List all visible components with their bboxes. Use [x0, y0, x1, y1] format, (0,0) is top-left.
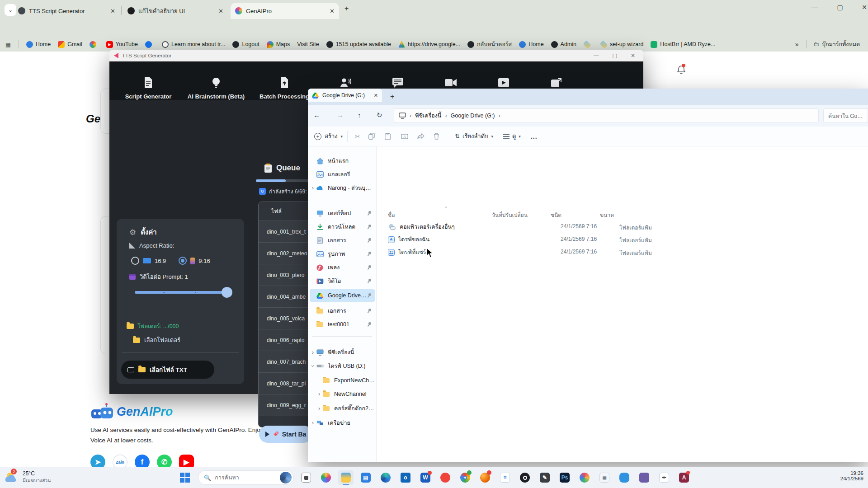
sidebar-item-folder-documents[interactable]: เอกสาร: [310, 305, 375, 317]
copilot-icon[interactable]: [318, 470, 334, 485]
share-icon[interactable]: [417, 133, 428, 140]
rename-icon[interactable]: A: [401, 133, 412, 140]
start-button[interactable]: [177, 470, 193, 485]
window-close-button[interactable]: ✕: [855, 4, 868, 11]
prompt-slider-track[interactable]: [135, 291, 227, 294]
tab-close-icon[interactable]: ✕: [326, 8, 335, 14]
bookmark-item[interactable]: HostBrr | AMD Ryze...: [651, 41, 715, 48]
bookmark-item[interactable]: Home: [26, 41, 51, 48]
file-explorer-icon[interactable]: [338, 470, 354, 485]
bookmark-item[interactable]: set-up wizard: [600, 41, 643, 47]
edge-icon[interactable]: [378, 470, 393, 485]
ratio-16-9-radio[interactable]: [131, 257, 139, 265]
onedrive-icon[interactable]: [617, 470, 632, 485]
delete-icon[interactable]: [434, 133, 444, 140]
pen-icon[interactable]: ✒: [656, 470, 672, 485]
tab-close-icon[interactable]: ✕: [215, 8, 223, 14]
all-bookmarks-button[interactable]: 🗀บุ๊กมาร์กทั้งหมด: [814, 40, 860, 49]
more-options-icon[interactable]: ...: [531, 133, 538, 140]
search-highlight-image[interactable]: [280, 472, 292, 483]
tts-close-icon[interactable]: ✕: [631, 52, 635, 59]
expand-icon[interactable]: ›: [310, 349, 316, 356]
cut-icon[interactable]: ✂: [352, 133, 363, 140]
bookmarks-overflow-chevron[interactable]: »: [795, 41, 799, 48]
breadcrumb[interactable]: › พีซีเครื่องนี้ › Google Drive (G:) ›: [394, 108, 819, 123]
bookmark-item[interactable]: Visit Site: [297, 41, 319, 47]
column-header-name[interactable]: ชื่อ: [388, 211, 395, 219]
browser-icon[interactable]: [577, 470, 592, 485]
paste-icon[interactable]: [385, 133, 396, 140]
sidebar-item-newchannel[interactable]: ›NewChannel: [310, 388, 375, 400]
browser-tab-active[interactable]: GenAIPro ✕: [231, 3, 339, 19]
column-header-type[interactable]: ชนิด: [551, 211, 561, 219]
sidebar-item-tiktok-course[interactable]: ›คอร์สติ๊กต๊อก2026: [310, 402, 375, 415]
notepad-icon[interactable]: ≣: [597, 470, 612, 485]
explorer-tab-close-icon[interactable]: ✕: [374, 93, 378, 99]
window-maximize-button[interactable]: ▢: [831, 4, 849, 11]
tts-title-bar[interactable]: TTS Script Generator — ▢ ✕: [109, 50, 643, 61]
stylus-icon[interactable]: ✎: [537, 470, 552, 485]
up-icon[interactable]: ↑: [358, 111, 361, 119]
view-button[interactable]: ดู ▾: [503, 131, 521, 141]
bookmark-item[interactable]: Learn more about tr...: [162, 41, 226, 48]
taskbar-clock[interactable]: 19:36 24/1/2569: [840, 470, 863, 481]
bookmark-item[interactable]: [145, 41, 155, 48]
sidebar-item-exportnewchanel[interactable]: ExportNewChanel: [310, 374, 375, 387]
bookmark-item[interactable]: Home: [519, 41, 543, 48]
sidebar-item-pictures[interactable]: รูปภาพ: [310, 248, 375, 260]
outlook-icon[interactable]: o: [398, 470, 413, 485]
task-view-icon[interactable]: [298, 470, 314, 485]
sidebar-item-documents[interactable]: เอกสาร: [310, 234, 375, 247]
tts-minimize-icon[interactable]: —: [594, 52, 599, 59]
forward-icon[interactable]: →: [337, 111, 344, 119]
anydesk-icon[interactable]: [438, 470, 453, 485]
explorer-new-tab-icon[interactable]: +: [390, 93, 394, 101]
tab-close-icon[interactable]: ✕: [107, 8, 115, 14]
bookmark-item[interactable]: Admin: [551, 41, 576, 48]
tab-script-generator[interactable]: Script Generator: [114, 76, 182, 100]
column-header-date[interactable]: วันที่ปรับเปลี่ยน: [492, 211, 528, 219]
bookmark-item[interactable]: Gmail: [58, 41, 82, 48]
obs-studio-icon[interactable]: [517, 470, 533, 485]
sidebar-item-google-drive[interactable]: Google Drive (G:): [310, 289, 375, 302]
file-row[interactable]: คอมพิวเตอร์เครื่องอื่นๆ: [388, 222, 455, 231]
bookmark-item[interactable]: [584, 42, 593, 47]
onlyoffice-icon[interactable]: ≡: [497, 470, 513, 485]
breadcrumb-this-pc[interactable]: พีซีเครื่องนี้: [415, 111, 441, 120]
sidebar-item-this-pc[interactable]: ›พีซีเครื่องนี้: [310, 346, 375, 359]
sidebar-item-test0001[interactable]: test0001: [310, 318, 375, 331]
bookmark-item[interactable]: https://drive.google...: [398, 41, 460, 48]
back-icon[interactable]: ←: [313, 111, 320, 119]
apps-grid-icon[interactable]: ▦: [5, 41, 11, 48]
chrome-icon[interactable]: [458, 470, 473, 485]
start-batch-button[interactable]: Start Ba: [259, 426, 312, 443]
access-icon[interactable]: A: [676, 470, 692, 485]
copy-icon[interactable]: [368, 133, 379, 140]
notification-bell-icon[interactable]: [677, 65, 686, 75]
breadcrumb-current[interactable]: Google Drive (G:): [451, 113, 495, 119]
bookmark-item[interactable]: 1515 update available: [326, 41, 391, 48]
sidebar-item-usb-drive[interactable]: ›ไดรฟ์ USB (D:): [310, 360, 375, 372]
explorer-tab[interactable]: Google Drive (G:) ✕: [308, 89, 382, 102]
tab-export[interactable]: [523, 76, 590, 89]
sidebar-item-desktop[interactable]: เดสก์ท็อป: [310, 207, 375, 220]
new-tab-button[interactable]: +: [344, 5, 349, 13]
weather-widget[interactable]: 2 25°C มีเมฆบางส่วน: [4, 469, 51, 485]
sidebar-item-videos[interactable]: วิดีโอ: [310, 275, 375, 287]
bookmark-item[interactable]: Maps: [267, 41, 290, 48]
sidebar-item-home[interactable]: หน้าแรก: [310, 155, 375, 167]
sidebar-item-music[interactable]: เพลง: [310, 261, 375, 274]
sidebar-item-downloads[interactable]: ดาวน์โหลด: [310, 221, 375, 233]
tts-maximize-icon[interactable]: ▢: [612, 52, 617, 59]
choose-folder-button[interactable]: เลือกโฟลเดอร์: [133, 335, 180, 345]
sidebar-item-onedrive[interactable]: ›Narong - ส่วนบุคคล: [310, 182, 375, 194]
search-input[interactable]: [215, 474, 274, 481]
taskbar-search[interactable]: 🔍: [198, 470, 294, 485]
expand-icon[interactable]: ›: [310, 420, 316, 426]
photoshop-icon[interactable]: Ps: [557, 470, 572, 485]
sidebar-item-gallery[interactable]: แกลเลอรี: [310, 168, 375, 181]
expand-icon[interactable]: ›: [316, 391, 322, 397]
microsoft-store-icon[interactable]: ▤: [358, 470, 373, 485]
expand-icon[interactable]: ›: [316, 405, 322, 412]
browser-tab[interactable]: TTS Script Generator ✕: [14, 3, 120, 19]
